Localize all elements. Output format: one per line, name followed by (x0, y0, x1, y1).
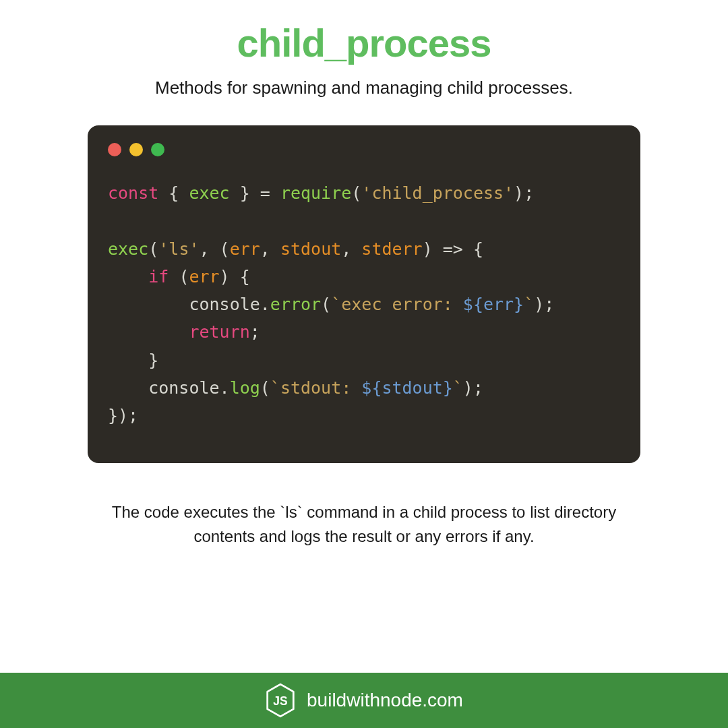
footer: JS buildwithnode.com (0, 673, 728, 728)
token-template: ${err} (463, 295, 524, 314)
maximize-icon (151, 143, 164, 156)
token-function: error (270, 295, 321, 314)
token-template: ${stdout} (361, 378, 452, 398)
token-param: stderr (361, 239, 422, 259)
close-icon (108, 143, 121, 156)
code-block: const { exec } = require('child_process'… (108, 179, 620, 429)
subtitle: Methods for spawning and managing child … (155, 78, 573, 98)
token-string: `stdout: (270, 378, 361, 398)
minimize-icon (129, 143, 143, 156)
token-keyword: const (108, 183, 158, 203)
token-param: err (189, 267, 219, 286)
token-function: log (230, 378, 260, 398)
token-param: err (230, 239, 260, 259)
token-string: 'child_process' (361, 183, 514, 203)
code-window: const { exec } = require('child_process'… (88, 125, 640, 463)
page-title: child_process (237, 20, 491, 65)
window-controls (108, 143, 620, 156)
nodejs-icon: JS (265, 683, 296, 718)
svg-text:JS: JS (273, 694, 287, 708)
token-function: exec (189, 183, 229, 203)
footer-link[interactable]: buildwithnode.com (307, 690, 463, 711)
main-content: child_process Methods for spawning and m… (0, 0, 728, 673)
token-keyword: return (189, 322, 249, 342)
token-keyword: if (148, 267, 169, 286)
description: The code executes the `ls` command in a … (88, 500, 640, 549)
token-string: ` (524, 295, 534, 314)
token-function: exec (108, 239, 148, 259)
token-string: 'ls' (158, 239, 199, 259)
token-string: ` (453, 378, 463, 398)
token-string: `exec error: (331, 295, 463, 314)
token-param: stdout (280, 239, 341, 259)
token-function: require (280, 183, 351, 203)
